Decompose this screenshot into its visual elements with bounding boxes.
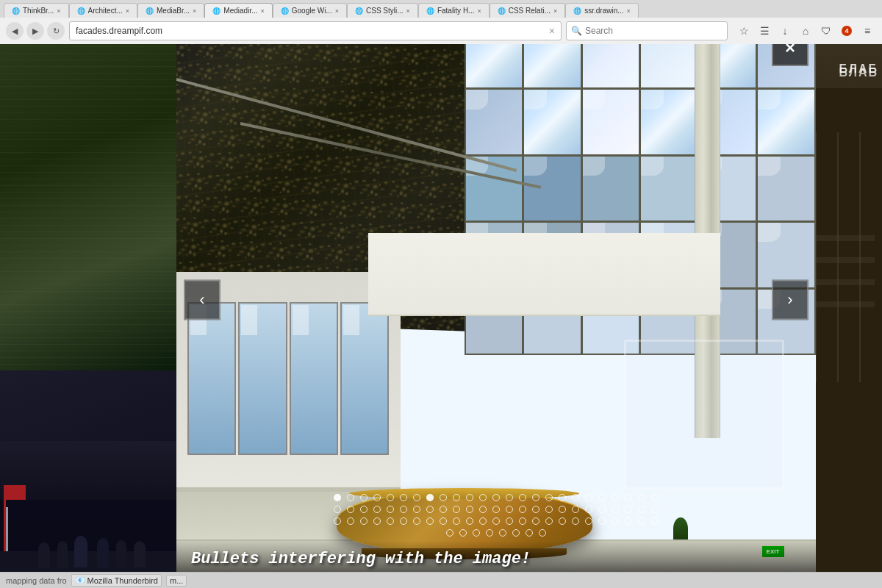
dot[interactable]: [598, 506, 606, 513]
dot[interactable]: [512, 529, 520, 537]
tab-close-8[interactable]: ×: [553, 7, 557, 15]
status-item-2[interactable]: m...: [166, 575, 187, 587]
status-item-thunderbird[interactable]: 📧 Mozilla Thunderbird: [71, 574, 162, 587]
bookmarks-icon[interactable]: ☰: [756, 22, 773, 40]
dot[interactable]: [651, 517, 659, 525]
dot[interactable]: [545, 517, 553, 525]
url-bar[interactable]: facades.dreampif.com ×: [69, 21, 562, 40]
dot[interactable]: [492, 517, 500, 525]
dot[interactable]: [612, 494, 619, 501]
dot-active[interactable]: [334, 494, 341, 501]
dot[interactable]: [585, 506, 592, 513]
dot[interactable]: [519, 506, 526, 513]
url-clear-icon[interactable]: ×: [549, 25, 555, 37]
dot[interactable]: [347, 494, 354, 501]
tab-5[interactable]: 🌐 Google Wi... ×: [273, 3, 347, 18]
dot[interactable]: [539, 529, 546, 537]
dot[interactable]: [486, 529, 493, 537]
forward-button[interactable]: ▶: [26, 22, 44, 40]
tab-close-9[interactable]: ×: [627, 7, 631, 15]
dot[interactable]: [612, 506, 619, 513]
tab-close-6[interactable]: ×: [406, 7, 410, 15]
dot[interactable]: [440, 517, 447, 525]
dot[interactable]: [400, 494, 407, 501]
tab-6[interactable]: 🌐 CSS Styli... ×: [347, 3, 418, 18]
dot[interactable]: [446, 529, 453, 537]
tab-2[interactable]: 🌐 Architect... ×: [69, 3, 138, 18]
home-icon[interactable]: ⌂: [797, 22, 814, 40]
tab-close-3[interactable]: ×: [193, 7, 196, 15]
dot[interactable]: [532, 517, 539, 525]
dot[interactable]: [453, 494, 460, 501]
puzzle-icon[interactable]: 4: [838, 22, 856, 40]
dot[interactable]: [526, 529, 533, 537]
dot[interactable]: [506, 506, 513, 513]
dot[interactable]: [492, 506, 500, 513]
dot[interactable]: [598, 494, 606, 501]
dot[interactable]: [347, 517, 354, 525]
dot[interactable]: [426, 517, 434, 525]
tab-close-1[interactable]: ×: [57, 7, 60, 15]
dot[interactable]: [506, 494, 513, 501]
tab-1[interactable]: 🌐 ThinkBr... ×: [4, 3, 69, 18]
dot[interactable]: [360, 517, 368, 525]
shield-icon[interactable]: 🛡: [817, 22, 835, 40]
dot[interactable]: [651, 506, 659, 513]
dot[interactable]: [413, 494, 420, 501]
lightbox-prev-button[interactable]: ‹: [184, 279, 220, 320]
dot[interactable]: [459, 529, 467, 537]
dot[interactable]: [426, 506, 434, 513]
dot[interactable]: [440, 506, 447, 513]
dot[interactable]: [400, 506, 407, 513]
tab-8[interactable]: 🌐 CSS Relati... ×: [490, 3, 566, 18]
tab-9[interactable]: 🌐 ssr.drawin... ×: [565, 3, 639, 18]
dot[interactable]: [479, 517, 487, 525]
dot-active[interactable]: [426, 494, 434, 501]
dot[interactable]: [532, 506, 539, 513]
dot[interactable]: [572, 506, 579, 513]
dot[interactable]: [373, 494, 381, 501]
dot[interactable]: [585, 517, 592, 525]
dot[interactable]: [387, 517, 394, 525]
dot[interactable]: [334, 517, 341, 525]
search-input[interactable]: [585, 26, 723, 36]
dot[interactable]: [479, 494, 487, 501]
dot[interactable]: [585, 494, 592, 501]
tab-close-2[interactable]: ×: [126, 7, 129, 15]
dot[interactable]: [545, 494, 553, 501]
dot[interactable]: [466, 494, 473, 501]
dot[interactable]: [400, 517, 407, 525]
dot[interactable]: [466, 517, 473, 525]
dot[interactable]: [598, 517, 606, 525]
dot[interactable]: [453, 517, 460, 525]
dot[interactable]: [492, 494, 500, 501]
dot[interactable]: [559, 517, 566, 525]
dot[interactable]: [466, 506, 473, 513]
tab-4[interactable]: 🌐 Mediadir... ×: [204, 3, 272, 18]
dot[interactable]: [625, 494, 632, 501]
dot[interactable]: [499, 529, 506, 537]
tab-7[interactable]: 🌐 Fatality H... ×: [418, 3, 490, 18]
dot[interactable]: [519, 494, 526, 501]
dot[interactable]: [519, 517, 526, 525]
tab-3[interactable]: 🌐 MediaBr... ×: [137, 3, 204, 18]
dot[interactable]: [506, 517, 513, 525]
refresh-button[interactable]: ↻: [47, 22, 65, 40]
dot[interactable]: [625, 517, 632, 525]
dot[interactable]: [638, 506, 645, 513]
back-button[interactable]: ◀: [6, 22, 24, 40]
dot[interactable]: [373, 506, 381, 513]
star-icon[interactable]: ☆: [735, 22, 753, 40]
dot[interactable]: [651, 494, 659, 501]
dot[interactable]: [532, 494, 539, 501]
dot[interactable]: [559, 506, 566, 513]
tab-close-7[interactable]: ×: [477, 7, 481, 15]
dot[interactable]: [638, 494, 645, 501]
lightbox-next-button[interactable]: ›: [772, 279, 808, 320]
dot[interactable]: [545, 506, 553, 513]
tab-close-5[interactable]: ×: [335, 7, 339, 15]
dot[interactable]: [559, 494, 566, 501]
dot[interactable]: [360, 506, 368, 513]
download-icon[interactable]: ↓: [776, 22, 794, 40]
dot[interactable]: [413, 517, 420, 525]
